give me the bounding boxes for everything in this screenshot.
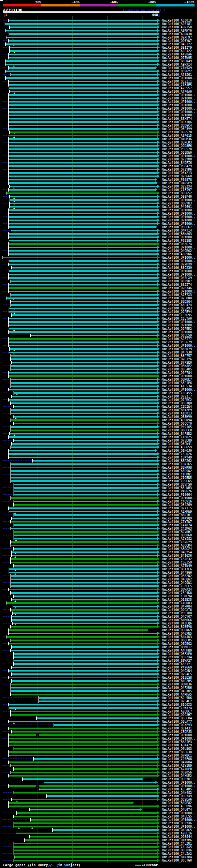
hit-accession-label[interactable]: UniRef100_B3M017 xyxy=(162,645,192,649)
hit-accession-label[interactable]: UniRef100_UPI000.. xyxy=(162,344,195,347)
hit-accession-label[interactable]: UniRef100_A9BL16 xyxy=(162,832,192,835)
hit-accession-label[interactable]: UniRef100_B0EPX6 xyxy=(162,848,192,852)
hit-accession-label[interactable]: UniRef100_C4LXX5 xyxy=(162,845,192,848)
hit-accession-label[interactable]: UniRef100_B4DMJ6 xyxy=(162,137,192,141)
hit-accession-label[interactable]: UniRef100_UPI000.. xyxy=(162,290,195,293)
hit-accession-label[interactable]: UniRef100_Q7Y1I5 xyxy=(162,506,192,510)
hit-accession-label[interactable]: UniRef100_UPI000.. xyxy=(162,256,195,259)
hit-accession-label[interactable]: UniRef100_B2L5U6 xyxy=(162,696,192,700)
hit-accession-label[interactable]: UniRef100_C4LZA2 xyxy=(162,852,192,856)
hit-accession-label[interactable]: UniRef100_B4DP82 xyxy=(162,801,192,805)
hit-accession-label[interactable]: UniRef100_Q7PRC2 xyxy=(162,398,192,402)
hit-accession-label[interactable]: UniRef100_UPI000.. xyxy=(162,323,195,327)
hit-accession-label[interactable]: UniRef100_C5WX74 xyxy=(162,706,192,710)
hit-accession-label[interactable]: UniRef100_A6QSW2 xyxy=(162,469,192,473)
hit-accession-label[interactable]: UniRef100_UPI000.. xyxy=(162,737,195,740)
hit-accession-label[interactable]: UniRef100_Q2V3X4 xyxy=(162,185,192,188)
hit-accession-label[interactable]: UniRef100_B0ETG0 xyxy=(162,859,192,862)
hit-accession-label[interactable]: UniRef100_B8LK49 xyxy=(162,59,192,63)
hit-accession-label[interactable]: UniRef100_B8P757 xyxy=(162,354,192,358)
hit-accession-label[interactable]: UniRef100_A8P474 xyxy=(162,303,192,307)
hit-accession-label[interactable]: UniRef100_Q4R5P9 xyxy=(162,181,192,185)
hit-accession-label[interactable]: UniRef100_B0D5Q4 xyxy=(162,300,192,303)
hit-accession-label[interactable]: UniRef100_B0Z9K7 xyxy=(162,280,192,283)
hit-accession-label[interactable]: UniRef100_Q4SLX9 xyxy=(162,276,192,280)
hit-accession-label[interactable]: UniRef100_A5KAZ9 xyxy=(162,744,192,747)
hit-accession-label[interactable]: UniRef100_Q8LA93 xyxy=(162,307,192,310)
hit-accession-label[interactable]: UniRef100_P50878 xyxy=(162,178,192,181)
hit-accession-label[interactable]: UniRef100_B4IGX6 xyxy=(162,554,192,557)
hit-accession-label[interactable]: UniRef100_B8NR98 xyxy=(162,466,192,469)
hit-accession-label[interactable]: UniRef100_C0NTG5 xyxy=(162,463,192,466)
hit-accession-label[interactable]: UniRef100_Q0D868 xyxy=(162,534,192,537)
hit-accession-label[interactable]: UniRef100_P02385 xyxy=(162,239,192,242)
hit-accession-label[interactable]: UniRef100_B4FI22 xyxy=(162,42,192,46)
hit-accession-label[interactable]: UniRef100_C5DPJ3 xyxy=(162,730,192,734)
hit-accession-label[interactable]: UniRef100_Q4XUM2 xyxy=(162,774,192,777)
hit-accession-label[interactable]: UniRef100_C0P455 xyxy=(162,391,192,395)
hit-accession-label[interactable]: UniRef100_Q7RBC1 xyxy=(162,754,192,757)
hit-accession-label[interactable]: UniRef100_B9WA27 xyxy=(162,659,192,662)
hit-accession-label[interactable]: UniRef100_C1BU25 xyxy=(162,435,192,439)
hit-accession-label[interactable]: UniRef100_P49669 xyxy=(162,666,192,669)
hit-accession-label[interactable]: UniRef100_A8P1P6 xyxy=(162,381,192,384)
hit-accession-label[interactable]: UniRef100_Q3SEA6 xyxy=(162,798,192,801)
hit-accession-label[interactable]: UniRef100_Q1HQJ0 xyxy=(162,449,192,452)
hit-accession-label[interactable]: UniRef100_Q6CW41 xyxy=(162,442,192,445)
hit-accession-label[interactable]: UniRef100_B8C239 xyxy=(162,266,192,270)
hit-accession-label[interactable]: UniRef100_B6AIE3 xyxy=(162,740,192,744)
hit-accession-label[interactable]: UniRef100_Q54Z69 xyxy=(162,503,192,506)
hit-accession-label[interactable]: UniRef100_B2B5V8 xyxy=(162,625,192,628)
hit-accession-label[interactable]: UniRef100_A9RN38 xyxy=(162,32,192,36)
hit-accession-label[interactable]: UniRef100_UPI000.. xyxy=(162,100,195,103)
hit-accession-label[interactable]: UniRef100_A8J0I0 xyxy=(162,19,192,22)
hit-accession-label[interactable]: UniRef100_C0SCK5 xyxy=(162,479,192,483)
hit-accession-label[interactable]: UniRef100_B6SK79 xyxy=(162,347,192,351)
hit-accession-label[interactable]: UniRef100_Q7ZY88 xyxy=(162,158,192,161)
hit-accession-label[interactable]: UniRef100_B6HLC8 xyxy=(162,429,192,432)
hit-accession-label[interactable]: UniRef100_B0Y2P9 xyxy=(162,408,192,412)
hit-accession-label[interactable]: UniRef100_Q6Y213 xyxy=(162,171,192,175)
hit-accession-label[interactable]: UniRef100_Q2GXT8 xyxy=(162,608,192,612)
hit-accession-label[interactable]: UniRef100_A3FPV6 xyxy=(162,805,192,808)
hit-accession-label[interactable]: UniRef100_Q90YH1 xyxy=(162,777,192,781)
hit-accession-label[interactable]: UniRef100_B9P578 xyxy=(162,130,192,134)
hit-accession-label[interactable]: UniRef100_UPI000.. xyxy=(162,331,195,334)
hit-accession-label[interactable]: UniRef100_Q2PEV4 xyxy=(162,310,192,313)
hit-accession-label[interactable]: UniRef100_Q15ES8 xyxy=(162,676,192,679)
hit-accession-label[interactable]: UniRef100_UPI000.. xyxy=(162,273,195,276)
hit-accession-label[interactable]: UniRef100_A7E7X3 xyxy=(162,293,192,297)
hit-accession-label[interactable]: UniRef100_Q28346 xyxy=(162,286,192,290)
hit-accession-label[interactable]: UniRef100_P49165 xyxy=(162,425,192,429)
hit-accession-label[interactable]: UniRef100_Q4GXN4 xyxy=(162,669,192,673)
hit-accession-label[interactable]: UniRef100_B7S3I7 xyxy=(162,395,192,398)
hit-accession-label[interactable]: UniRef100_A2XMW9 xyxy=(162,510,192,513)
hit-accession-label[interactable]: UniRef100_B5X5T4 xyxy=(162,117,192,120)
hit-accession-label[interactable]: UniRef100_A9RHY0 xyxy=(162,29,192,32)
hit-accession-label[interactable]: UniRef100_A1D013 xyxy=(162,412,192,415)
hit-accession-label[interactable]: UniRef100_A7P0A0 xyxy=(162,90,192,93)
hit-accession-label[interactable]: UniRef100_B4K9Q9 xyxy=(162,517,192,520)
hit-accession-label[interactable]: UniRef100_Q4N4S2 xyxy=(162,791,192,795)
hit-accession-label[interactable]: UniRef100_Q6P3V9 xyxy=(162,127,192,130)
hit-accession-label[interactable]: UniRef100_C9ZLL5 xyxy=(162,584,192,588)
hit-accession-label[interactable]: UniRef100_UPI000.. xyxy=(162,246,195,249)
hit-accession-label[interactable]: UniRef100_UPI000.. xyxy=(162,811,195,815)
hit-accession-label[interactable]: UniRef100_Q6EE59 xyxy=(162,334,192,337)
hit-accession-label[interactable]: UniRef100_B5DGC4 xyxy=(162,124,192,127)
hit-accession-label[interactable]: UniRef100_B4G2B5 xyxy=(162,679,192,683)
hit-accession-label[interactable]: UniRef100_B2L4E2 xyxy=(162,700,192,703)
hit-accession-label[interactable]: UniRef100_Q5DEG2 xyxy=(162,642,192,645)
hit-accession-label[interactable]: UniRef100_C4QV16 xyxy=(162,500,192,503)
hit-accession-label[interactable]: UniRef100_P08429 xyxy=(162,164,192,168)
hit-accession-label[interactable]: UniRef100_Q5UAT7 xyxy=(162,720,192,723)
hit-accession-label[interactable]: UniRef100_UPI000.. xyxy=(162,110,195,114)
hit-accession-label[interactable]: UniRef100_C1GEN5 xyxy=(162,476,192,479)
hit-accession-label[interactable]: UniRef100_Q9C2H7 xyxy=(162,713,192,716)
hit-accession-label[interactable]: UniRef100_UPI000.. xyxy=(162,209,195,212)
hit-accession-label[interactable]: UniRef100_UPI000.. xyxy=(162,818,195,822)
hit-accession-label[interactable]: UniRef100_A4S8A6 xyxy=(162,53,192,56)
hit-accession-label[interactable]: UniRef100_B9IIY9 xyxy=(162,46,192,49)
hit-accession-label[interactable]: UniRef100_UPI000.. xyxy=(162,374,195,378)
hit-accession-label[interactable]: UniRef100_B6KA03 xyxy=(162,232,192,236)
